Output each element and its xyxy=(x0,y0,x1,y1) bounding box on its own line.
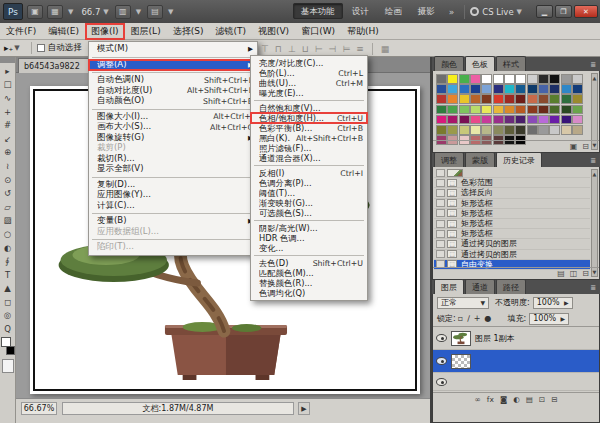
layers-footer-icon[interactable]: fx xyxy=(487,395,494,404)
color-swatch[interactable] xyxy=(459,125,470,135)
align-icon[interactable]: ⊓ xyxy=(272,44,285,54)
color-swatch[interactable] xyxy=(527,105,538,115)
color-swatch[interactable] xyxy=(549,115,560,125)
adjust-submenu-item[interactable]: 变化... xyxy=(251,243,367,253)
screen-mode-icon[interactable]: ▤ xyxy=(147,5,163,19)
gradient-tool[interactable]: ▨ xyxy=(1,214,15,228)
history-brush-source-box[interactable] xyxy=(436,199,445,207)
color-swatch[interactable] xyxy=(470,74,481,84)
color-swatch[interactable] xyxy=(572,74,583,84)
color-swatch[interactable] xyxy=(481,74,492,84)
layer-row[interactable] xyxy=(433,350,599,373)
adjust-submenu-item[interactable]: 曲线(U)...Ctrl+M xyxy=(251,78,367,88)
swatches-tab[interactable]: 颜色 xyxy=(434,56,464,71)
color-swatch[interactable] xyxy=(561,74,572,84)
layers-footer-icon[interactable]: ∞ xyxy=(475,395,481,404)
color-swatch[interactable] xyxy=(572,84,583,94)
history-brush-source-box[interactable] xyxy=(436,230,445,238)
layers-tab[interactable]: 路径 xyxy=(496,279,526,294)
color-swatch[interactable] xyxy=(493,105,504,115)
shape-tool[interactable]: ◻ xyxy=(1,295,15,309)
color-swatch[interactable] xyxy=(549,74,560,84)
close-button[interactable]: ✕ xyxy=(574,5,598,18)
adjust-submenu-item[interactable]: 色调均化(Q) xyxy=(251,288,367,298)
menubar-item[interactable]: 滤镜(T) xyxy=(209,23,252,40)
opacity-field[interactable]: 100%▶ xyxy=(533,297,573,309)
color-swatch[interactable] xyxy=(527,125,538,135)
align-icon[interactable]: ⊤ xyxy=(258,44,272,54)
color-swatch[interactable] xyxy=(493,115,504,125)
color-swatch[interactable] xyxy=(447,84,458,94)
adjust-submenu-item[interactable]: 自然饱和度(V)... xyxy=(251,103,367,113)
color-swatch[interactable] xyxy=(538,74,549,84)
adjust-submenu-item[interactable]: 阈值(T)... xyxy=(251,188,367,198)
adjust-submenu-item[interactable]: 色相/饱和度(H)...Ctrl+U xyxy=(251,113,367,123)
color-swatch[interactable] xyxy=(481,94,492,104)
cs-live-button[interactable]: CS Live ▼ xyxy=(470,7,528,17)
color-swatch[interactable] xyxy=(572,105,583,115)
menubar-item[interactable]: 窗口(W) xyxy=(295,23,341,40)
image-menu-item[interactable]: 计算(C)... xyxy=(89,201,257,212)
history-brush-source-box[interactable] xyxy=(436,240,445,248)
adjust-submenu-item[interactable]: HDR 色调... xyxy=(251,233,367,243)
history-brush-source-box[interactable] xyxy=(436,220,445,228)
adjust-submenu-item[interactable]: 黑白(K)...Alt+Shift+Ctrl+B xyxy=(251,133,367,143)
zoom-level-control[interactable]: 66.7 xyxy=(81,7,100,17)
align-icon[interactable]: ⊣ xyxy=(326,44,340,54)
color-swatch[interactable] xyxy=(538,125,549,135)
menubar-item[interactable]: 文件(F) xyxy=(0,23,42,40)
history-footer-icon[interactable]: ▤ xyxy=(557,269,565,278)
adjust-submenu-item[interactable]: 渐变映射(G)... xyxy=(251,198,367,208)
color-swatch[interactable] xyxy=(436,105,447,115)
layer-row[interactable]: 图层 1副本 xyxy=(433,327,599,350)
history-footer-icon[interactable]: ⊟ xyxy=(582,269,589,278)
adjust-submenu-item[interactable]: 曝光度(E)... xyxy=(251,88,367,98)
swatch-footer-icon[interactable]: ▣ xyxy=(570,142,578,151)
menubar-item[interactable]: 图层(L) xyxy=(125,23,167,40)
adjust-submenu-item[interactable]: 反相(I)Ctrl+I xyxy=(251,168,367,178)
menubar-item[interactable]: 视图(V) xyxy=(252,23,295,40)
foreground-color-swatch[interactable] xyxy=(1,337,11,347)
minimize-button[interactable]: ▁ xyxy=(536,5,553,18)
swatch-footer-icon[interactable]: ⊟ xyxy=(582,142,589,151)
auto-select-checkbox[interactable] xyxy=(37,44,45,52)
color-swatch[interactable] xyxy=(527,84,538,94)
color-swatch[interactable] xyxy=(538,94,549,104)
lock-icon[interactable]: ● xyxy=(485,314,492,323)
history-brush-source-box[interactable] xyxy=(436,209,445,217)
history-state-row[interactable]: ⬚通过拷贝的图层 xyxy=(434,250,590,260)
panel-menu-icon[interactable]: ≣ xyxy=(586,61,600,71)
layers-tab[interactable]: 图层 xyxy=(434,279,464,294)
history-brush-tool[interactable]: ↺ xyxy=(1,186,15,200)
adjust-submenu-item[interactable]: 色阶(L)...Ctrl+L xyxy=(251,68,367,78)
layers-footer-icon[interactable]: ◐ xyxy=(513,395,520,404)
color-swatch[interactable] xyxy=(572,125,583,135)
status-options-arrow[interactable]: ▶ xyxy=(298,402,310,415)
color-swatch[interactable] xyxy=(447,105,458,115)
adjust-submenu-item[interactable]: 替换颜色(R)... xyxy=(251,278,367,288)
clone-stamp-tool[interactable]: ⊙ xyxy=(1,173,15,187)
color-swatch[interactable] xyxy=(549,125,560,135)
history-brush-source-box[interactable] xyxy=(436,189,445,197)
adjust-submenu-item[interactable]: 通道混合器(X)... xyxy=(251,153,367,163)
align-icon[interactable]: ⊥ xyxy=(285,44,299,54)
color-swatch[interactable] xyxy=(527,94,538,104)
color-swatch[interactable] xyxy=(470,115,481,125)
color-swatch[interactable] xyxy=(561,125,572,135)
color-swatch[interactable] xyxy=(527,74,538,84)
history-state-row[interactable]: ⬚矩形选框 xyxy=(434,209,590,219)
swatches-tab[interactable]: 样式 xyxy=(496,56,526,71)
color-swatch[interactable] xyxy=(459,84,470,94)
arrange-documents-icon[interactable]: ▥ xyxy=(115,5,131,19)
history-tab[interactable]: 历史记录 xyxy=(496,152,542,167)
bridge-icon[interactable]: ▣ xyxy=(27,5,43,19)
align-icon[interactable]: ⊔ xyxy=(299,44,312,54)
layers-footer-icon[interactable]: ⊡ xyxy=(539,395,545,404)
color-swatch[interactable] xyxy=(538,115,549,125)
swatches-scrollbar[interactable]: ▲▼ xyxy=(591,73,598,150)
color-swatch[interactable] xyxy=(561,94,572,104)
adjust-submenu-item[interactable]: 匹配颜色(M)... xyxy=(251,268,367,278)
healing-tool[interactable]: ⊕ xyxy=(1,146,15,160)
menubar-item[interactable]: 帮助(H) xyxy=(341,23,385,40)
image-menu-item[interactable]: 模式(M)▶ xyxy=(89,44,257,55)
